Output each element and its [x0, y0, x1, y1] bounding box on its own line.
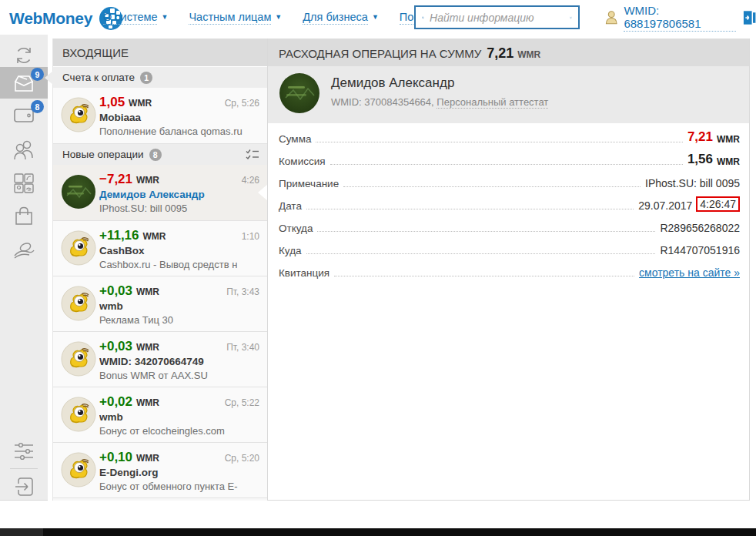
- incoming-title: ВХОДЯЩИЕ: [53, 39, 267, 66]
- sidebar-item-market[interactable]: [0, 199, 48, 231]
- item-name: wmb: [99, 300, 261, 312]
- logout-door-icon[interactable]: [742, 10, 756, 25]
- sidebar-item-purse[interactable]: 8: [0, 99, 48, 131]
- item-description: Бонус от обменного пункта E-: [99, 481, 261, 492]
- nav-individuals[interactable]: Частным лицам▼: [189, 11, 282, 25]
- row-label: Квитанция: [279, 267, 329, 279]
- item-name: E-Dengi.org: [99, 467, 261, 478]
- item-name: wmb: [99, 411, 261, 423]
- item-currency: WMR: [136, 175, 159, 186]
- detail-title-currency: WMR: [517, 49, 540, 60]
- section-new-operations[interactable]: Новые операции 8: [53, 144, 267, 165]
- row-value: R289656268022: [660, 222, 740, 234]
- list-item-operation[interactable]: Ср, 5:22 +0,02WMR wmb Бонус от elcochein…: [53, 387, 267, 443]
- contact-card: Демидов Александр WMID: 370084354664, Пе…: [268, 66, 749, 123]
- item-amount: +0,02: [99, 394, 132, 409]
- nav-label: О системе: [103, 11, 157, 25]
- contact-wmid: WMID: 370084354664,: [331, 96, 434, 108]
- item-description: Пополнение баланса qomas.ru: [99, 126, 261, 137]
- keeper-avatar: [61, 286, 96, 321]
- contact-name: Демидов Александр: [331, 75, 454, 91]
- exit-button[interactable]: [0, 474, 48, 500]
- contact-avatar: [61, 174, 96, 209]
- search-dropdown-chevrons-icon[interactable]: [570, 13, 572, 22]
- chevron-down-icon: ▼: [275, 14, 282, 21]
- sidebar-item-payments[interactable]: [0, 233, 48, 265]
- item-currency: WMR: [136, 397, 159, 408]
- row-label: Дата: [279, 200, 302, 212]
- detail-rows: Сумма 7,21 WMR Комиссия 1,56 WMR Примеча…: [279, 126, 740, 283]
- item-amount: −7,21: [99, 172, 132, 186]
- row-currency: WMR: [717, 156, 740, 167]
- bottom-bar-left: [0, 528, 43, 536]
- section-count-badge: 1: [140, 72, 152, 84]
- section-label: Новые операции: [62, 149, 144, 160]
- nav-about-system[interactable]: О системе▼: [103, 11, 168, 25]
- list-item-operation[interactable]: 1:10 +11,16WMR CashBox Cashbox.ru - Выво…: [53, 221, 267, 276]
- contact-avatar: [279, 72, 320, 114]
- section-bills-to-pay[interactable]: Счета к оплате 1: [53, 67, 267, 88]
- section-label: Счета к оплате: [62, 72, 135, 83]
- row-value: 1,56: [687, 152, 713, 167]
- list-item-bill[interactable]: Ср, 5:26 1,05WMR Mobiaaa Пополнение бала…: [53, 88, 267, 144]
- item-name: Демидов Александр: [99, 189, 261, 200]
- list-item-operation[interactable]: Пт, 3:40 +0,03WMR WMID: 342070664749 Bon…: [53, 332, 267, 387]
- list-item-operation[interactable]: Ср, 5:20 +0,10WMR E-Dengi.org Бонус от о…: [53, 443, 267, 498]
- account-area: WMID: 688197806581: [605, 0, 756, 35]
- detail-title-text: РАСХОДНАЯ ОПЕРАЦИЯ НА СУММУ: [279, 47, 481, 60]
- dotted-leader: [343, 186, 641, 187]
- detail-row-sum: Сумма 7,21 WMR: [279, 126, 740, 149]
- wmid-link[interactable]: WMID: 688197806581: [624, 4, 735, 32]
- search-box[interactable]: [414, 5, 580, 29]
- list-item-operation-selected[interactable]: 4:26 −7,21WMR Демидов Александр IPhost.S…: [53, 165, 267, 221]
- row-value: R144707051916: [660, 244, 740, 256]
- sidebar-item-incoming[interactable]: 9: [0, 67, 48, 99]
- purse-count-badge: 8: [31, 100, 44, 113]
- refresh-button[interactable]: [0, 39, 48, 71]
- dotted-leader: [317, 231, 655, 232]
- row-label: Сумма: [279, 133, 311, 145]
- operation-detail-panel: РАСХОДНАЯ ОПЕРАЦИЯ НА СУММУ 7,21 WMR Дем…: [267, 39, 750, 501]
- refresh-icon: [13, 45, 35, 66]
- sidebar-item-services[interactable]: [0, 167, 48, 199]
- contacts-icon: [12, 139, 35, 160]
- search-input[interactable]: [430, 12, 570, 24]
- search-icon: [422, 12, 424, 24]
- keeper-avatar: [61, 452, 96, 487]
- incoming-column: ВХОДЯЩИЕ Счета к оплате 1 Ср, 5:26 1,05W…: [52, 39, 267, 501]
- item-name: Mobiaaa: [99, 112, 261, 123]
- row-value: IPhost.SU: bill 0095: [645, 177, 740, 189]
- row-label: Откуда: [279, 223, 313, 234]
- receipt-link[interactable]: смотреть на сайте »: [639, 266, 740, 279]
- item-amount: +0,03: [99, 339, 132, 353]
- contact-wmid-line: WMID: 370084354664, Персональный аттеста…: [331, 96, 548, 108]
- item-description: Бонус от elcocheingles.com: [99, 425, 261, 437]
- settings-button[interactable]: [0, 435, 48, 467]
- dotted-leader: [306, 209, 634, 209]
- webmoney-app: WebMoney О системе▼ Частным лицам▼: [0, 0, 756, 536]
- top-header: WebMoney О системе▼ Частным лицам▼: [0, 0, 756, 35]
- bottom-bar: [0, 528, 756, 536]
- row-currency: WMR: [717, 134, 740, 145]
- item-amount: 1,05: [99, 95, 125, 109]
- dotted-leader: [306, 253, 656, 254]
- sliders-icon: [12, 441, 35, 461]
- list-item-operation[interactable]: Пт, 3:43 +0,03WMR wmb Реклама Тиц 30: [53, 276, 267, 332]
- item-description: Реклама Тиц 30: [99, 314, 261, 326]
- item-currency: WMR: [136, 286, 159, 297]
- incoming-count-badge: 9: [31, 68, 44, 81]
- item-description: Bonus WMR от AAX.SU: [99, 370, 261, 381]
- dotted-leader: [330, 164, 683, 165]
- shopping-bag-icon: [13, 205, 35, 226]
- nav-business[interactable]: Для бизнеса▼: [303, 11, 379, 25]
- checklist-icon[interactable]: [246, 149, 259, 160]
- list-item-partial: [53, 498, 267, 501]
- passport-link[interactable]: Персональный аттестат: [437, 96, 548, 109]
- sidebar-item-contacts[interactable]: [0, 133, 48, 165]
- detail-row-date: Дата 29.07.2017 4:26:47: [279, 193, 740, 216]
- item-name: WMID: 342070664749: [99, 356, 261, 367]
- row-label: Куда: [279, 245, 302, 256]
- item-currency: WMR: [136, 453, 159, 464]
- services-grid-icon: [13, 173, 35, 194]
- nav-label: Для бизнеса: [303, 11, 368, 25]
